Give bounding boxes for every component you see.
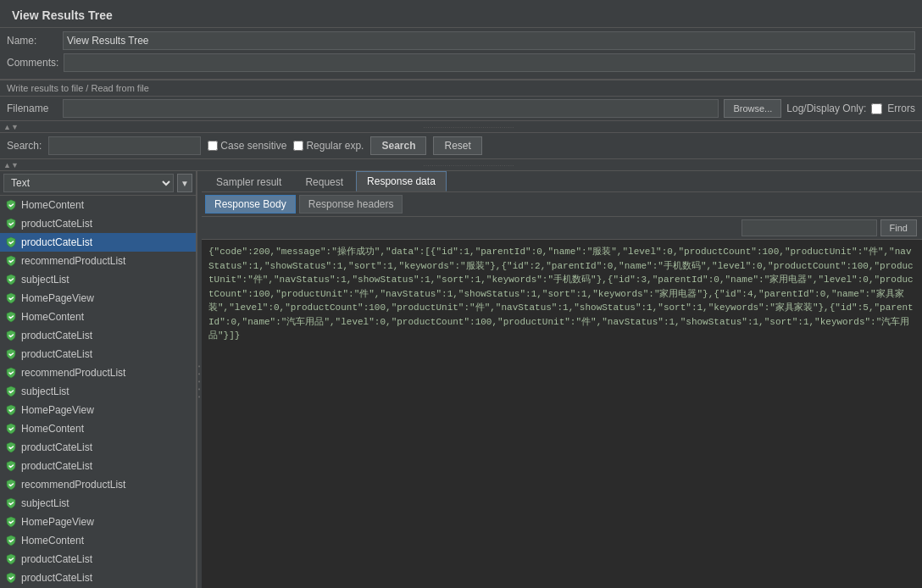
text-dropdown[interactable]: Text [3, 174, 174, 192]
tree-item[interactable]: subjectList [0, 494, 196, 513]
shield-icon [5, 479, 17, 491]
tree-item-label: HomeContent [21, 311, 84, 323]
tree-item-label: productCateList [21, 572, 92, 584]
search-input[interactable] [48, 136, 201, 155]
write-results-section: Write results to file / Read from file F… [0, 80, 922, 121]
collapse-divider-1: ········································… [19, 123, 919, 131]
tree-item-label: productCateList [21, 348, 92, 360]
collapse-bar-2[interactable]: ▲▼ ·····································… [0, 159, 922, 171]
dropdown-expand-button[interactable]: ▼ [177, 174, 192, 192]
tree-item[interactable]: subjectList [0, 270, 196, 289]
regular-exp-label[interactable]: Regular exp. [293, 140, 364, 152]
shield-icon [5, 423, 17, 435]
tree-item[interactable]: subjectList [0, 382, 196, 401]
filename-label: Filename [7, 103, 58, 114]
name-label: Name: [7, 35, 58, 47]
find-button[interactable]: Find [880, 219, 917, 236]
tree-item[interactable]: productCateList [0, 214, 196, 233]
sub-tab-response-body[interactable]: Response Body [205, 195, 296, 214]
browse-button[interactable]: Browse... [724, 99, 781, 118]
tree-item-label: recommendProductList [21, 479, 125, 491]
tree-list[interactable]: HomeContent productCateList productCateL… [0, 196, 196, 588]
comments-input[interactable] [64, 53, 915, 72]
search-button[interactable]: Search [370, 136, 426, 155]
tree-item-label: recommendProductList [21, 255, 125, 267]
search-label: Search: [7, 140, 42, 152]
find-input[interactable] [741, 219, 877, 236]
tree-item[interactable]: HomeContent [0, 419, 196, 438]
right-panel: Sampler resultRequestResponse data Respo… [202, 171, 922, 588]
tree-item[interactable]: HomePageView [0, 513, 196, 531]
tree-item[interactable]: productCateList [0, 438, 196, 457]
tree-item[interactable]: productCateList [0, 326, 196, 345]
form-section: Name: Comments: [0, 28, 922, 80]
tree-item-label: productCateList [21, 236, 92, 248]
shield-icon [5, 572, 17, 584]
shield-icon [5, 330, 17, 341]
tab-response-data[interactable]: Response data [356, 171, 447, 191]
shield-icon [5, 218, 17, 230]
tree-item[interactable]: HomePageView [0, 401, 196, 419]
tree-item[interactable]: productCateList [0, 457, 196, 475]
tree-item-label: HomeContent [21, 535, 84, 546]
shield-icon [5, 274, 17, 286]
filename-row: Filename Browse... Log/Display Only: Err… [0, 97, 922, 120]
tree-item[interactable]: productCateList [0, 550, 196, 569]
name-input[interactable] [63, 31, 915, 50]
case-sensitive-label[interactable]: Case sensitive [208, 140, 286, 152]
tree-item-label: productCateList [21, 441, 92, 453]
shield-icon [5, 292, 17, 304]
left-panel: Text ▼ HomeContent productCateList produ… [0, 171, 197, 588]
write-results-label: Write results to file / Read from file [0, 80, 922, 97]
tree-item-label: productCateList [21, 460, 92, 472]
shield-icon [5, 516, 17, 528]
errors-checkbox[interactable] [871, 103, 882, 114]
tree-item[interactable]: recommendProductList [0, 252, 196, 270]
shield-icon [5, 441, 17, 453]
collapse-bar-1[interactable]: ▲▼ ·····································… [0, 121, 922, 133]
tree-item[interactable]: HomeContent [0, 531, 196, 550]
shield-icon [5, 460, 17, 472]
tree-item-label: subjectList [21, 386, 69, 397]
tree-item[interactable]: HomeContent [0, 196, 196, 214]
tree-item-label: subjectList [21, 274, 69, 286]
tree-item-label: HomePageView [21, 516, 94, 528]
tree-item[interactable]: recommendProductList [0, 475, 196, 494]
filename-input[interactable] [63, 99, 719, 118]
tree-item[interactable]: productCateList [0, 345, 196, 363]
comments-label: Comments: [7, 57, 58, 69]
errors-label: Errors [887, 103, 915, 114]
case-sensitive-checkbox[interactable] [208, 141, 218, 151]
tree-item-label: productCateList [21, 330, 92, 341]
shield-icon [5, 255, 17, 267]
tree-item-label: subjectList [21, 497, 69, 509]
collapse-divider-2: ········································… [19, 161, 919, 169]
tree-item[interactable]: recommendProductList [0, 363, 196, 382]
collapse-arrow-2: ▲▼ [3, 161, 19, 169]
tree-item-label: HomePageView [21, 292, 94, 304]
tree-item[interactable]: productCateList [0, 569, 196, 587]
shield-icon [5, 367, 17, 379]
tree-item[interactable]: productCateList [0, 233, 196, 252]
tree-item-label: productCateList [21, 218, 92, 230]
tree-item[interactable]: HomeContent [0, 308, 196, 326]
tree-item-label: productCateList [21, 553, 92, 565]
regular-exp-checkbox[interactable] [293, 141, 303, 151]
shield-icon [5, 497, 17, 509]
tabs-row: Sampler resultRequestResponse data [202, 171, 922, 192]
response-body: {"code":200,"message":"操作成功","data":[{"i… [202, 240, 922, 588]
tab-request[interactable]: Request [294, 172, 354, 191]
sub-tab-response-headers[interactable]: Response headers [299, 195, 403, 214]
shield-icon [5, 404, 17, 416]
shield-icon [5, 311, 17, 323]
shield-icon [5, 535, 17, 546]
sub-tabs-row: Response BodyResponse headers [202, 192, 922, 217]
tree-item-label: HomeContent [21, 423, 84, 435]
main-area: Text ▼ HomeContent productCateList produ… [0, 171, 922, 588]
name-row: Name: [7, 31, 915, 50]
tab-sampler-result[interactable]: Sampler result [205, 172, 292, 191]
reset-button[interactable]: Reset [433, 136, 481, 155]
shield-icon [5, 348, 17, 360]
tree-item[interactable]: HomePageView [0, 289, 196, 308]
search-bar: Search: Case sensitive Regular exp. Sear… [0, 133, 922, 159]
